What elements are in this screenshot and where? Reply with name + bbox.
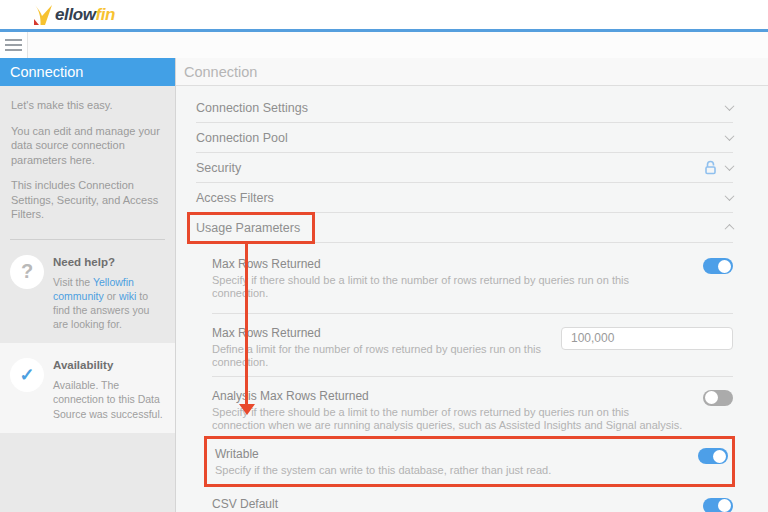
yellowfin-logo-icon — [30, 4, 54, 26]
wiki-link[interactable]: wiki — [119, 290, 137, 302]
section-connection-pool[interactable]: Connection Pool — [196, 123, 733, 153]
param-row-writable: Writable Specify if the system can write… — [215, 447, 728, 477]
need-help-title: Need help? — [53, 256, 165, 268]
param-row-analysis-max-rows: Analysis Max Rows Returned Specify if th… — [212, 377, 733, 437]
chevron-down-icon — [725, 101, 735, 111]
main-panel: Connection Connection Settings Connectio… — [176, 58, 768, 512]
chevron-up-icon — [725, 224, 735, 234]
unlock-icon — [704, 160, 717, 175]
sidebar-title: Connection — [0, 58, 175, 86]
param-row-max-rows-toggle: Max Rows Returned Specify if there shoul… — [212, 243, 733, 314]
section-access-filters[interactable]: Access Filters — [196, 183, 733, 213]
hamburger-menu-icon[interactable] — [0, 32, 28, 58]
chevron-down-icon — [725, 191, 735, 201]
top-logo-bar: ellowfin — [0, 0, 768, 29]
analysis-max-rows-toggle[interactable] — [703, 390, 733, 406]
question-mark-icon: ? — [10, 255, 44, 289]
sidebar-intro: Let's make this easy. You can edit and m… — [0, 86, 175, 237]
need-help-block: ? Need help? Visit the Yellowfin communi… — [0, 240, 175, 344]
param-row-max-rows-value: Max Rows Returned Define a limit for the… — [212, 314, 733, 377]
yellowfin-logo: ellowfin — [30, 4, 115, 26]
check-icon: ✓ — [10, 358, 44, 392]
csv-default-toggle[interactable] — [703, 498, 733, 512]
availability-title: Availability — [53, 359, 165, 371]
chevron-down-icon — [725, 131, 735, 141]
max-rows-toggle[interactable] — [703, 258, 733, 274]
intro-line-3: This includes Connection Settings, Secur… — [11, 178, 163, 222]
need-help-text: Visit the Yellowfin community or wiki to… — [53, 275, 165, 332]
sidebar-fill — [0, 433, 175, 512]
availability-text: Available. The connection to this Data S… — [53, 378, 165, 421]
writable-toggle[interactable] — [698, 448, 728, 464]
annotation-box-writable: Writable Specify if the system can write… — [204, 436, 735, 486]
logo-text: ellowfin — [55, 5, 115, 25]
section-usage-parameters[interactable]: Usage Parameters — [196, 213, 733, 243]
param-row-csv-default: CSV Default Specify if this writable con… — [212, 487, 733, 512]
sidebar: Connection Let's make this easy. You can… — [0, 58, 176, 512]
page-title: Connection — [176, 58, 768, 86]
annotation-box-usage-parameters: Usage Parameters — [187, 212, 315, 244]
section-security[interactable]: Security — [196, 153, 733, 183]
usage-parameters-panel: Max Rows Returned Specify if there shoul… — [212, 243, 733, 512]
accordion: Connection Settings Connection Pool Secu… — [196, 86, 733, 243]
chevron-down-icon — [725, 161, 735, 171]
section-connection-settings[interactable]: Connection Settings — [196, 93, 733, 123]
max-rows-input[interactable] — [561, 327, 733, 350]
intro-line-2: You can edit and manage your data source… — [11, 124, 163, 168]
availability-block: ✓ Availability Available. The connection… — [0, 343, 175, 433]
intro-line-1: Let's make this easy. — [11, 98, 163, 113]
app-window: ellowfin Connection Let's make this easy… — [0, 0, 768, 512]
toolbar — [0, 32, 768, 58]
